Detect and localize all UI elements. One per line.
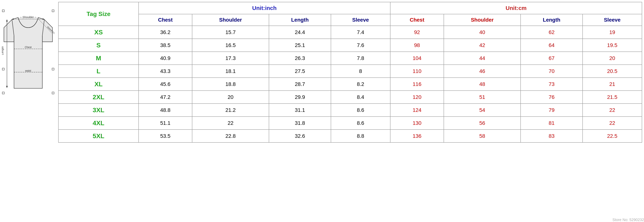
cm-value: 73 [520,78,582,91]
col-sleeve-cm: Sleeve [582,14,642,26]
svg-rect-1 [52,10,54,12]
svg-text:waist: waist [25,69,31,72]
size-label: XS [58,26,138,39]
col-length-cm: Length [520,14,582,26]
col-shoulder-inch: Shoulder [192,14,269,26]
cm-value: 40 [444,26,520,39]
size-table-wrapper: Tag Size Unit:inch Unit:cm Chest Shoulde… [58,2,642,143]
svg-rect-0 [2,10,4,12]
cm-value: 70 [520,65,582,78]
inch-value: 27.5 [269,65,331,78]
inch-value: 26.3 [269,52,331,65]
inch-value: 16.5 [192,39,269,52]
col-chest-inch: Chest [138,14,192,26]
svg-text:←Shoulder→: ←Shoulder→ [20,16,36,19]
cm-value: 67 [520,52,582,65]
cm-value: 21.5 [582,91,642,104]
cm-value: 22 [582,117,642,129]
inch-value: 24.4 [269,26,331,39]
size-label: L [58,65,138,78]
size-label: S [58,39,138,52]
svg-marker-17 [6,20,8,22]
inch-value: 32.6 [269,129,331,142]
cm-value: 79 [520,104,582,117]
inch-value: 8 [331,65,390,78]
cm-value: 64 [520,39,582,52]
cm-value: 76 [520,91,582,104]
inch-value: 8.6 [331,117,390,129]
col-sleeve-inch: Sleeve [331,14,390,26]
cm-value: 98 [390,39,444,52]
svg-rect-5 [52,92,54,94]
svg-rect-2 [2,68,4,70]
size-chart-table: Tag Size Unit:inch Unit:cm Chest Shoulde… [58,2,642,143]
size-label: 3XL [58,104,138,117]
cm-value: 92 [390,26,444,39]
cm-value: 62 [520,26,582,39]
inch-value: 53.5 [138,129,192,142]
inch-value: 8.2 [331,78,390,91]
inch-value: 22.8 [192,129,269,142]
cm-value: 136 [390,129,444,142]
inch-value: 7.4 [331,26,390,39]
inch-value: 21.2 [192,104,269,117]
cm-value: 51 [444,91,520,104]
col-shoulder-cm: Shoulder [444,14,520,26]
tag-size-header: Tag Size [58,2,138,26]
inch-value: 8.8 [331,129,390,142]
shirt-diagram: ←Shoulder→ Sleeve Length Chest waist Len… [2,10,54,95]
inch-value: 40.9 [138,52,192,65]
inch-value: 43.3 [138,65,192,78]
inch-value: 18.1 [192,65,269,78]
inch-value: 38.5 [138,39,192,52]
inch-value: 8.4 [331,91,390,104]
size-label: XL [58,78,138,91]
inch-value: 48.8 [138,104,192,117]
inch-value: 29.9 [269,91,331,104]
cm-value: 120 [390,91,444,104]
cm-value: 110 [390,65,444,78]
inch-value: 7.6 [331,39,390,52]
cm-value: 20 [582,52,642,65]
inch-value: 45.6 [138,78,192,91]
cm-value: 42 [444,39,520,52]
svg-text:Chest: Chest [25,46,32,49]
col-length-inch: Length [269,14,331,26]
cm-value: 22 [582,104,642,117]
unit-cm-header: Unit:cm [390,2,642,14]
cm-value: 22.5 [582,129,642,142]
cm-value: 83 [520,129,582,142]
cm-value: 56 [444,117,520,129]
size-label: 2XL [58,91,138,104]
main-container: ←Shoulder→ Sleeve Length Chest waist Len… [2,2,642,143]
cm-value: 104 [390,52,444,65]
unit-inch-header: Unit:inch [138,2,390,14]
inch-value: 36.2 [138,26,192,39]
cm-value: 21 [582,78,642,91]
cm-value: 48 [444,78,520,91]
cm-value: 19.5 [582,39,642,52]
inch-value: 8.6 [331,104,390,117]
inch-value: 7.8 [331,52,390,65]
inch-value: 17.3 [192,52,269,65]
size-label: 4XL [58,117,138,129]
col-chest-cm: Chest [390,14,444,26]
size-label: 5XL [58,129,138,142]
cm-value: 44 [444,52,520,65]
inch-value: 25.1 [269,39,331,52]
cm-value: 81 [520,117,582,129]
svg-rect-3 [52,68,54,70]
svg-text:Length: Length [2,46,4,55]
svg-marker-18 [6,86,8,88]
cm-value: 19 [582,26,642,39]
inch-value: 20 [192,91,269,104]
inch-value: 31.1 [269,104,331,117]
inch-value: 47.2 [138,91,192,104]
cm-value: 116 [390,78,444,91]
size-label: M [58,52,138,65]
inch-value: 18.8 [192,78,269,91]
cm-value: 54 [444,104,520,117]
inch-value: 51.1 [138,117,192,129]
inch-value: 28.7 [269,78,331,91]
cm-value: 20.5 [582,65,642,78]
